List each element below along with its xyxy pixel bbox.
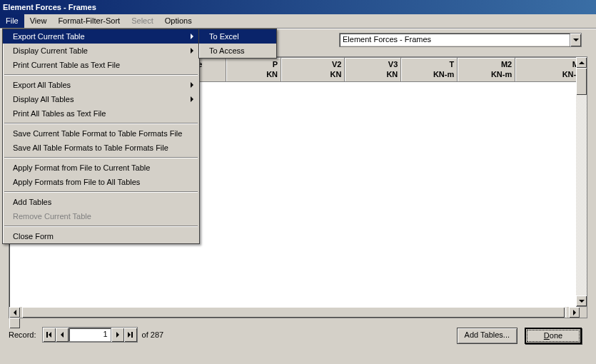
menu-format-filter-sort[interactable]: Format-Filter-Sort <box>52 14 126 28</box>
menu-separator <box>4 226 198 227</box>
table-selector-dropdown-button[interactable] <box>570 34 581 46</box>
menu-display-all-tables[interactable]: Display All Tables <box>3 92 199 106</box>
record-nav-group: 1 <box>42 327 138 343</box>
menu-print-all-tables[interactable]: Print All Tables as Text File <box>3 106 199 121</box>
col-m2[interactable]: M2KN-m <box>458 58 515 82</box>
scroll-down-button[interactable] <box>576 295 587 306</box>
vscroll-track[interactable] <box>576 68 587 295</box>
menu-add-tables[interactable]: Add Tables <box>3 195 199 209</box>
record-prev-button[interactable] <box>56 328 69 342</box>
vscroll-thumb[interactable] <box>576 68 587 95</box>
window-titlebar: Element Forces - Frames <box>0 0 596 14</box>
menu-print-current-table[interactable]: Print Current Table as Text File <box>3 58 199 72</box>
menu-save-all-formats[interactable]: Save All Table Formats to Table Formats … <box>3 141 199 155</box>
first-icon <box>49 332 51 338</box>
menu-apply-format-all[interactable]: Apply Formats from File to All Tables <box>3 175 199 189</box>
menu-display-current-table[interactable]: Display Current Table <box>3 44 199 58</box>
export-submenu-panel: To Excel To Access <box>198 29 277 59</box>
hscroll-track[interactable] <box>22 307 567 318</box>
menubar: File View Format-Filter-Sort Select Opti… <box>0 14 596 29</box>
add-tables-button[interactable]: Add Tables... <box>457 328 517 344</box>
menu-separator <box>4 157 198 158</box>
horizontal-scrollbar[interactable] <box>9 307 587 318</box>
prev-icon <box>61 332 64 338</box>
triangle-up-icon <box>579 61 585 64</box>
triangle-down-icon <box>579 300 585 303</box>
menu-view[interactable]: View <box>24 14 53 28</box>
menu-save-current-format[interactable]: Save Current Table Format to Table Forma… <box>3 126 199 141</box>
scroll-right-button[interactable] <box>569 307 580 318</box>
hscroll-thumb[interactable] <box>22 307 565 318</box>
menu-export-current-table[interactable]: Export Current Table <box>3 29 199 44</box>
file-menu-panel: Export Current Table Display Current Tab… <box>2 29 200 244</box>
submenu-arrow-icon <box>191 34 193 39</box>
done-text: one <box>550 331 562 340</box>
menu-file[interactable]: File <box>0 14 24 28</box>
record-of-label: of 287 <box>142 330 164 339</box>
done-button[interactable]: Done <box>525 328 582 344</box>
submenu-arrow-icon <box>191 48 193 54</box>
record-number-input[interactable]: 1 <box>69 328 111 342</box>
submenu-arrow-icon <box>191 96 193 102</box>
table-selector-wrap: Element Forces - Frames <box>339 33 582 47</box>
bottom-buttons: Add Tables... Done <box>457 328 582 344</box>
menu-options[interactable]: Options <box>159 14 198 28</box>
triangle-left-icon <box>14 310 16 315</box>
record-last-button[interactable] <box>124 328 137 342</box>
submenu-to-access[interactable]: To Access <box>199 44 276 58</box>
menu-separator <box>4 191 198 193</box>
record-first-button[interactable] <box>43 328 56 342</box>
triangle-right-icon <box>573 310 576 315</box>
col-p[interactable]: PKN <box>226 58 281 82</box>
record-navigator: Record: 1 of 287 <box>9 327 163 343</box>
submenu-to-excel[interactable]: To Excel <box>199 29 276 44</box>
table-selector-combobox[interactable]: Element Forces - Frames <box>339 33 582 47</box>
menu-apply-format-current[interactable]: Apply Format from File to Current Table <box>3 161 199 175</box>
col-v3[interactable]: V3KN <box>345 58 401 82</box>
col-v2[interactable]: V2KN <box>281 58 345 82</box>
menu-select: Select <box>126 14 159 28</box>
menu-separator <box>4 74 198 76</box>
table-selector-text: Element Forces - Frames <box>340 34 570 46</box>
chevron-down-icon <box>573 39 579 41</box>
menu-separator <box>4 123 198 124</box>
scroll-left-button[interactable] <box>9 307 20 318</box>
menu-close-form[interactable]: Close Form <box>3 229 199 243</box>
vertical-scrollbar[interactable] <box>576 56 587 307</box>
next-icon <box>116 332 119 338</box>
last-icon <box>128 332 131 338</box>
record-next-button[interactable] <box>111 328 124 342</box>
col-t[interactable]: TKN-m <box>401 58 458 82</box>
scroll-up-button[interactable] <box>576 57 587 68</box>
submenu-arrow-icon <box>191 82 193 88</box>
menu-remove-current-table: Remove Current Table <box>3 209 199 223</box>
menu-export-all-tables[interactable]: Export All Tables <box>3 78 199 92</box>
record-label: Record: <box>9 330 36 339</box>
window-title: Element Forces - Frames <box>3 3 96 11</box>
